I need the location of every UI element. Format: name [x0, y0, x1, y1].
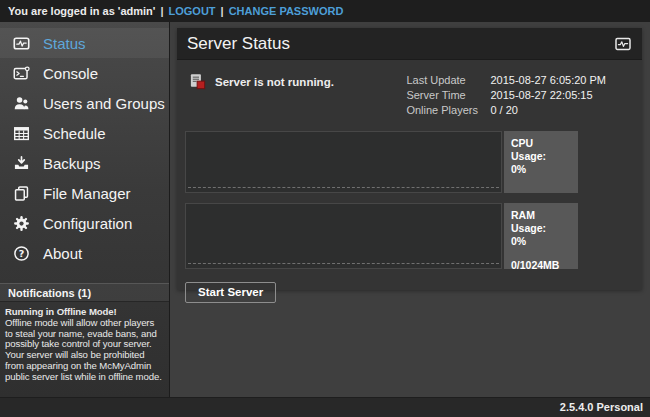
separator: |: [160, 5, 163, 17]
sidebar-nav: Status Console Users and Groups Schedule: [0, 22, 169, 268]
page-title: Server Status: [187, 34, 290, 54]
console-icon: [13, 65, 30, 82]
sidebar-item-label: Console: [43, 65, 98, 82]
question-icon: ?: [13, 245, 30, 262]
info-value: 2015-08-27 6:05:20 PM: [490, 73, 606, 88]
ram-usage-chart: [185, 203, 502, 269]
sidebar-item-label: Configuration: [43, 215, 132, 232]
sidebar-item-schedule[interactable]: Schedule: [0, 118, 169, 148]
file-manager-icon: [13, 185, 30, 202]
separator: |: [221, 5, 224, 17]
panel-header: Server Status: [177, 28, 642, 60]
gear-icon: [13, 215, 30, 232]
info-row-online-players: Online Players 0 / 20: [406, 103, 606, 118]
server-status-message: Server is not running.: [215, 76, 334, 88]
topbar: You are logged in as 'admin'|LOGOUT|CHAN…: [0, 0, 650, 22]
info-value: 2015-08-27 22:05:15: [490, 88, 592, 103]
sidebar-item-label: Users and Groups: [43, 95, 165, 112]
sidebar: Status Console Users and Groups Schedule: [0, 22, 170, 397]
notification-item: Running in Offline Mode! Offline mode wi…: [0, 302, 169, 383]
cpu-usage-label-box: CPU Usage: 0%: [504, 131, 578, 193]
status-icon: [614, 36, 632, 52]
status-row: Server is not running. Last Update 2015-…: [185, 67, 634, 131]
ram-usage-row: RAM Usage: 0% 0/1024MB: [185, 203, 578, 269]
sidebar-item-label: Schedule: [43, 125, 106, 142]
schedule-icon: [13, 125, 30, 142]
chart-zero-line: [188, 187, 499, 188]
users-icon: [13, 95, 30, 112]
server-stopped-icon: [189, 73, 206, 90]
logged-in-text: You are logged in as 'admin': [8, 5, 155, 17]
cpu-usage-chart: [185, 131, 502, 193]
status-icon: [13, 35, 30, 52]
footer: 2.5.4.0 Personal: [0, 397, 650, 417]
logout-link[interactable]: LOGOUT: [169, 5, 216, 17]
sidebar-item-label: Backups: [43, 155, 101, 172]
sidebar-item-users-and-groups[interactable]: Users and Groups: [0, 88, 169, 118]
server-status-panel: Server Status Server is not running.: [177, 28, 642, 290]
info-label: Server Time: [406, 88, 490, 103]
version-text: 2.5.4.0 Personal: [560, 401, 643, 413]
ram-usage-label: RAM Usage:: [511, 209, 571, 235]
info-label: Online Players: [406, 103, 490, 118]
notification-text: Offline mode will allow other players to…: [5, 318, 164, 383]
backups-icon: [13, 155, 30, 172]
sidebar-item-configuration[interactable]: Configuration: [0, 208, 169, 238]
ram-usage-detail: 0/1024MB: [511, 259, 571, 272]
mcmyadmin-window: You are logged in as 'admin'|LOGOUT|CHAN…: [0, 0, 650, 417]
info-row-last-update: Last Update 2015-08-27 6:05:20 PM: [406, 73, 606, 88]
server-state: Server is not running.: [189, 73, 334, 90]
sidebar-item-about[interactable]: ? About: [0, 238, 169, 268]
svg-text:?: ?: [19, 248, 25, 259]
sidebar-item-label: Status: [43, 35, 86, 52]
ram-usage-value: 0%: [511, 235, 571, 248]
server-info-table: Last Update 2015-08-27 6:05:20 PM Server…: [406, 73, 606, 118]
sidebar-item-console[interactable]: Console: [0, 58, 169, 88]
sidebar-item-label: File Manager: [43, 185, 131, 202]
cpu-usage-label: CPU Usage:: [511, 137, 571, 163]
info-label: Last Update: [406, 73, 490, 88]
cpu-usage-value: 0%: [511, 163, 571, 176]
main-content: Server Status Server is not running.: [171, 22, 650, 397]
start-server-button[interactable]: Start Server: [185, 282, 276, 303]
notifications-header: Notifications (1): [0, 283, 169, 302]
info-row-server-time: Server Time 2015-08-27 22:05:15: [406, 88, 606, 103]
sidebar-item-backups[interactable]: Backups: [0, 148, 169, 178]
chart-zero-line: [188, 263, 499, 264]
change-password-link[interactable]: CHANGE PASSWORD: [229, 5, 344, 17]
panel-body: Server is not running. Last Update 2015-…: [177, 60, 642, 303]
sidebar-item-label: About: [43, 245, 82, 262]
cpu-usage-row: CPU Usage: 0%: [185, 131, 578, 193]
ram-usage-label-box: RAM Usage: 0% 0/1024MB: [504, 203, 578, 269]
sidebar-item-status[interactable]: Status: [0, 28, 169, 58]
info-value: 0 / 20: [490, 103, 518, 118]
sidebar-item-file-manager[interactable]: File Manager: [0, 178, 169, 208]
